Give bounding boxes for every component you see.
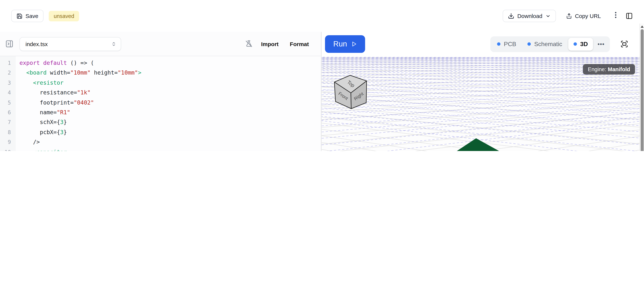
- line-number: 10: [0, 147, 16, 151]
- line-number: 2: [0, 68, 16, 78]
- panel-toggle-icon[interactable]: [4, 39, 14, 49]
- code-text: />: [16, 137, 321, 147]
- code-line[interactable]: 2 <board width="10mm" height="10mm">: [0, 68, 321, 78]
- share-icon: [566, 13, 572, 19]
- line-number: 7: [0, 117, 16, 127]
- top-header: Save unsaved Download Copy URL: [0, 0, 644, 32]
- line-number: 9: [0, 137, 16, 147]
- tab-3d[interactable]: 3D: [568, 38, 593, 50]
- code-line[interactable]: 3 <resistor: [0, 78, 321, 88]
- engine-badge-prefix: Engine:: [588, 66, 606, 72]
- line-number: 4: [0, 88, 16, 98]
- code-lines: 1export default () => (2 <board width="1…: [0, 58, 321, 151]
- code-text: <resistor: [16, 78, 321, 88]
- panel-layout-icon[interactable]: [626, 12, 633, 19]
- save-label: Save: [26, 13, 38, 19]
- line-number: 1: [0, 58, 16, 68]
- file-selector-value: index.tsx: [26, 41, 48, 47]
- code-line[interactable]: 8 pcbX={3}: [0, 127, 321, 137]
- kebab-menu-icon[interactable]: [611, 10, 620, 22]
- file-selector[interactable]: index.tsx: [20, 37, 121, 51]
- code-line[interactable]: 9 />: [0, 137, 321, 147]
- code-line[interactable]: 10 <capacitor: [0, 147, 321, 151]
- flask-off-icon[interactable]: [244, 39, 254, 48]
- scroll-up-icon[interactable]: [641, 25, 644, 28]
- download-icon: [508, 13, 514, 19]
- code-line[interactable]: 4 resistance="1k": [0, 88, 321, 98]
- download-label: Download: [517, 13, 542, 19]
- run-label: Run: [333, 40, 347, 48]
- code-text: schX={3}: [16, 117, 321, 127]
- code-text: name="R1": [16, 107, 321, 117]
- preview-panel: Run PCB Schematic: [322, 32, 644, 151]
- viewport-3d[interactable]: Top Front Right: [322, 56, 644, 151]
- download-button[interactable]: Download: [503, 10, 556, 22]
- pcb-status-dot: [497, 42, 500, 46]
- fullscreen-icon[interactable]: [620, 40, 628, 48]
- copy-url-button[interactable]: Copy URL: [561, 10, 606, 22]
- code-line[interactable]: 6 name="R1": [0, 107, 321, 117]
- editor-toolbar: index.tsx Import Format: [0, 32, 321, 56]
- import-button[interactable]: Import: [257, 38, 282, 49]
- code-line[interactable]: 1export default () => (: [0, 58, 321, 68]
- scrollbar-thumb[interactable]: [640, 29, 644, 151]
- 3d-status-dot: [574, 42, 577, 46]
- chevrons-up-down-icon: [111, 41, 116, 46]
- engine-badge-value: Manifold: [608, 66, 630, 72]
- run-button[interactable]: Run: [325, 35, 365, 53]
- viewer-toolbar: Run PCB Schematic: [322, 32, 644, 56]
- app-window: Save unsaved Download Copy URL: [0, 0, 644, 151]
- play-icon: [351, 41, 357, 47]
- line-number: 5: [0, 98, 16, 107]
- line-number: 3: [0, 78, 16, 88]
- code-text: footprint="0402": [16, 98, 321, 107]
- schematic-status-dot: [528, 42, 531, 46]
- code-line[interactable]: 5 footprint="0402": [0, 98, 321, 107]
- code-text: <board width="10mm" height="10mm">: [16, 68, 321, 78]
- engine-badge: Engine: Manifold: [583, 64, 635, 74]
- code-area[interactable]: 1export default () => (2 <board width="1…: [0, 56, 321, 151]
- code-text: <capacitor: [16, 147, 321, 151]
- orientation-cube[interactable]: Top Front Right: [334, 75, 366, 109]
- save-icon: [16, 13, 22, 19]
- tab-3d-label: 3D: [580, 41, 588, 47]
- line-number: 6: [0, 107, 16, 117]
- chevron-down-icon: [546, 13, 551, 18]
- more-tabs-button[interactable]: •••: [594, 38, 608, 50]
- code-editor-panel: index.tsx Import Format 1export default …: [0, 32, 322, 151]
- page-scrollbar[interactable]: [640, 23, 644, 151]
- code-text: pcbX={3}: [16, 127, 321, 137]
- code-text: resistance="1k": [16, 88, 321, 98]
- unsaved-badge: unsaved: [49, 11, 79, 21]
- tab-pcb[interactable]: PCB: [492, 38, 522, 50]
- format-button[interactable]: Format: [286, 38, 313, 49]
- view-tabs: PCB Schematic 3D •••: [490, 36, 610, 52]
- code-text: export default () => (: [16, 58, 321, 68]
- line-number: 8: [0, 127, 16, 137]
- tab-schematic-label: Schematic: [534, 41, 562, 47]
- tab-pcb-label: PCB: [504, 41, 516, 47]
- code-line[interactable]: 7 schX={3}: [0, 117, 321, 127]
- main-split: index.tsx Import Format 1export default …: [0, 32, 644, 151]
- tab-schematic[interactable]: Schematic: [522, 38, 567, 50]
- save-button[interactable]: Save: [11, 10, 44, 22]
- copy-url-label: Copy URL: [575, 13, 601, 19]
